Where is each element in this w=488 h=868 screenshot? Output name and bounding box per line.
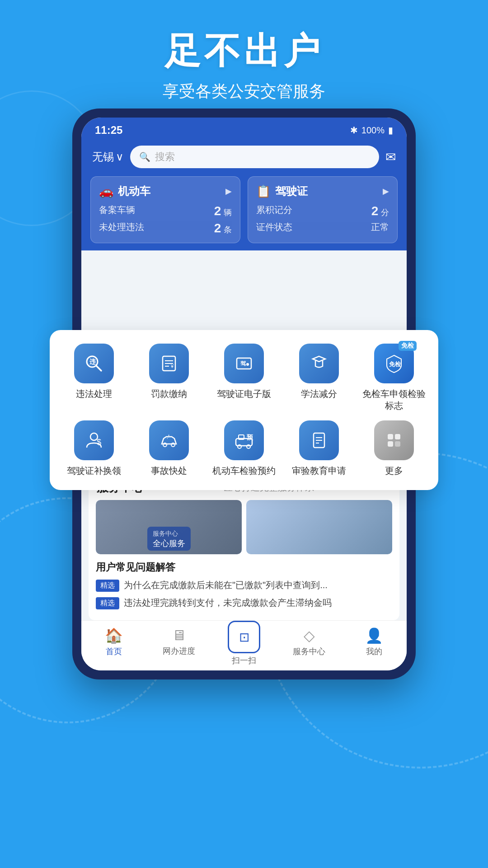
license-card-header: 📋 驾驶证 ▶	[256, 184, 389, 198]
nav-mine-label: 我的	[366, 646, 382, 657]
inspection-icon-wrap: 预	[224, 420, 264, 460]
search-bar[interactable]: 🔍 搜索	[130, 146, 379, 168]
nav-home-label: 首页	[106, 646, 122, 657]
license-row-1: 累积记分 2 分	[256, 204, 389, 218]
nav-scan-label: 扫一扫	[232, 655, 256, 666]
service-violation[interactable]: 违 违法处理	[59, 344, 129, 411]
service-icon: ◇	[304, 627, 315, 644]
review-icon-wrap	[299, 420, 339, 460]
services-grid: 违 违法处理 ¥ 罚款缴纳 驾	[59, 344, 429, 476]
hero-title: 足不出户	[0, 27, 488, 76]
battery-icon: ▮	[388, 125, 393, 136]
svg-rect-26	[395, 434, 400, 439]
svg-text:¥: ¥	[170, 363, 174, 369]
faq-item-2[interactable]: 精选 违法处理完跳转到支付，未完成缴款会产生滞纳金吗	[96, 596, 392, 609]
license-card[interactable]: 📋 驾驶证 ▶ 累积记分 2 分 证件状态 正常	[248, 176, 398, 243]
fine-icon-wrap: ¥	[149, 344, 189, 383]
vehicle-row2-count: 2	[214, 221, 221, 235]
search-placeholder: 搜索	[155, 150, 175, 164]
driver-icon-wrap: $	[74, 420, 114, 460]
service-inspection[interactable]: 预 机动车检验预约	[209, 420, 279, 476]
svg-rect-25	[388, 434, 393, 439]
home-icon: 🏠	[105, 627, 123, 644]
driver-label: 驾驶证补换领	[67, 465, 121, 476]
accident-icon-wrap	[149, 420, 189, 460]
faq-text-1: 为什么在完成缴款后未能在"已缴款"列表中查询到...	[124, 579, 328, 591]
vehicle-row-2: 未处理违法 2 条	[99, 221, 232, 236]
status-time: 11:25	[95, 124, 122, 137]
study-icon-wrap	[299, 344, 339, 383]
study-label: 学法减分	[301, 388, 337, 400]
faq-badge-1: 精选	[96, 580, 119, 592]
service-img-left: 服务中心 全心服务	[96, 500, 242, 554]
license-label: 驾驶证电子版	[217, 388, 271, 400]
chevron-down-icon: ∨	[116, 151, 124, 163]
license-icon: 📋	[256, 184, 271, 198]
service-license[interactable]: 驾 驾驶证电子版	[209, 344, 279, 411]
status-bar: 11:25 ✱ 100% ▮	[81, 118, 407, 141]
vehicle-title: 机动车	[118, 184, 150, 198]
nav-home[interactable]: 🏠 首页	[81, 627, 146, 666]
violation-label: 违法处理	[76, 388, 112, 400]
service-center-section: 服务中心 匠心打造完整服务体系 › 服务中心 全心服务	[89, 472, 399, 620]
service-img-right	[246, 500, 392, 554]
violation-icon-wrap: 违	[74, 344, 114, 383]
nav-service-label: 服务中心	[293, 646, 325, 657]
faq-badge-2: 精选	[96, 597, 119, 609]
nav-mine[interactable]: 👤 我的	[342, 627, 407, 666]
review-label: 审验教育申请	[292, 465, 346, 476]
cards-row: 🚗 机动车 ▶ 备案车辆 2 辆 未处理违法 2 条	[81, 176, 407, 250]
license-row1-unit: 分	[381, 208, 389, 217]
service-more[interactable]: 更多	[359, 420, 429, 476]
faq-title: 用户常见问题解答	[96, 561, 392, 574]
mine-icon: 👤	[365, 627, 383, 644]
inspection-label: 机动车检验预约	[212, 465, 276, 476]
license-row1-label: 累积记分	[256, 204, 292, 218]
vehicle-row2-label: 未处理违法	[99, 221, 144, 236]
service-review[interactable]: 审验教育申请	[284, 420, 354, 476]
mail-icon[interactable]: ✉	[385, 150, 396, 165]
service-fine[interactable]: ¥ 罚款缴纳	[134, 344, 204, 411]
exempt-label: 免检车申领检验标志	[359, 388, 429, 411]
vehicle-icon: 🚗	[99, 184, 113, 198]
fine-label: 罚款缴纳	[151, 388, 187, 400]
nav-service[interactable]: ◇ 服务中心	[277, 627, 342, 666]
license-arrow-icon: ▶	[383, 186, 389, 196]
app-header: 无锡 ∨ 🔍 搜索 ✉	[81, 141, 407, 176]
nav-progress[interactable]: 🖥 网办进度	[146, 627, 211, 666]
hero-section: 足不出户 享受各类公安交管服务	[0, 27, 488, 103]
status-icons: ✱ 100% ▮	[350, 125, 393, 136]
more-icon-wrap	[374, 420, 414, 460]
nav-scan[interactable]: ⊡ 扫一扫	[211, 627, 277, 666]
vehicle-row2-unit: 条	[224, 225, 232, 234]
svg-text:$: $	[97, 438, 101, 447]
vehicle-card[interactable]: 🚗 机动车 ▶ 备案车辆 2 辆 未处理违法 2 条	[90, 176, 240, 243]
license-row2-label: 证件状态	[256, 221, 292, 233]
scan-button[interactable]: ⊡	[228, 621, 260, 653]
service-img-tag: 服务中心 全心服务	[147, 527, 191, 551]
vehicle-card-header: 🚗 机动车 ▶	[99, 184, 232, 198]
hero-subtitle: 享受各类公安交管服务	[0, 80, 488, 103]
vehicle-row1-label: 备案车辆	[99, 204, 135, 218]
license-title: 驾驶证	[275, 184, 308, 198]
battery-text: 100%	[361, 125, 385, 136]
location-selector[interactable]: 无锡 ∨	[92, 150, 124, 164]
service-image-row: 服务中心 全心服务	[96, 500, 392, 554]
service-study[interactable]: 学法减分	[284, 344, 354, 411]
faq-item-1[interactable]: 精选 为什么在完成缴款后未能在"已缴款"列表中查询到...	[96, 579, 392, 592]
nav-progress-label: 网办进度	[163, 646, 195, 656]
svg-text:违: 违	[89, 358, 96, 365]
svg-text:免检: 免检	[389, 361, 401, 368]
service-exempt[interactable]: 免检 免检 免检车申领检验标志	[359, 344, 429, 411]
service-driver[interactable]: $ 驾驶证补换领	[59, 420, 129, 476]
license-row1-count: 2	[371, 204, 379, 218]
search-icon: 🔍	[139, 151, 150, 162]
service-accident[interactable]: 事故快处	[134, 420, 204, 476]
license-icon-wrap: 驾	[224, 344, 264, 383]
vehicle-row1-count: 2	[214, 204, 221, 218]
services-card: 违 违法处理 ¥ 罚款缴纳 驾	[50, 330, 438, 490]
exempt-badge: 免检	[399, 341, 417, 351]
location-text: 无锡	[92, 150, 114, 164]
svg-line-1	[96, 366, 101, 371]
vehicle-arrow-icon: ▶	[225, 186, 232, 196]
